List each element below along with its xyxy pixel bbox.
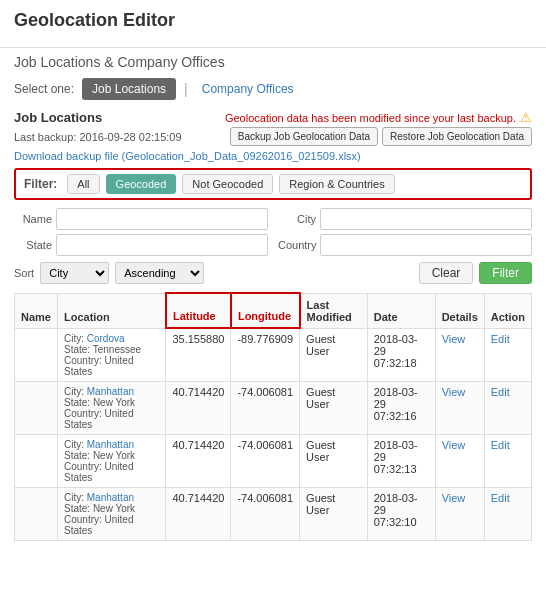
cell-action-3[interactable]: Edit — [484, 487, 531, 540]
table-head: Name Location Latitude Longitude LastMod… — [15, 293, 532, 328]
table-row: City: Manhattan State: New York Country:… — [15, 434, 532, 487]
filter-button[interactable]: Filter — [479, 262, 532, 284]
cell-action-0[interactable]: Edit — [484, 328, 531, 381]
cell-date-0: 2018-03-2907:32:18 — [367, 328, 435, 381]
table-row: City: Manhattan State: New York Country:… — [15, 381, 532, 434]
view-link-2[interactable]: View — [442, 439, 466, 451]
filter-bar: Filter: All Geocoded Not Geocoded Region… — [14, 168, 532, 200]
section-subtitle-row: Job Locations & Company Offices — [0, 48, 546, 74]
cell-last-modified-3: Guest User — [300, 487, 368, 540]
pipe-separator: | — [184, 81, 188, 97]
tab-job-locations[interactable]: Job Locations — [82, 78, 176, 100]
state-label: State — [14, 239, 52, 251]
cell-longitude-2: -74.006081 — [231, 434, 300, 487]
col-location: Location — [57, 293, 165, 328]
edit-link-2[interactable]: Edit — [491, 439, 510, 451]
edit-link-0[interactable]: Edit — [491, 333, 510, 345]
col-longitude: Longitude — [231, 293, 300, 328]
data-table: Name Location Latitude Longitude LastMod… — [14, 292, 532, 541]
name-input[interactable] — [56, 208, 268, 230]
cell-longitude-1: -74.006081 — [231, 381, 300, 434]
col-last-modified: LastModified — [300, 293, 368, 328]
cell-latitude-2: 40.714420 — [166, 434, 231, 487]
cell-location-3: City: Manhattan State: New York Country:… — [57, 487, 165, 540]
view-link-3[interactable]: View — [442, 492, 466, 504]
filter-label: Filter: — [24, 177, 57, 191]
cell-details-2[interactable]: View — [435, 434, 484, 487]
filter-btn-all[interactable]: All — [67, 174, 99, 194]
sort-order-select[interactable]: Ascending Descending — [115, 262, 204, 284]
cell-last-modified-1: Guest User — [300, 381, 368, 434]
sort-by-select[interactable]: City Name State Country — [40, 262, 109, 284]
section-subtitle: Job Locations & Company Offices — [14, 54, 225, 70]
cell-latitude-0: 35.155880 — [166, 328, 231, 381]
backup-date-label: Last backup: — [14, 131, 76, 143]
cell-latitude-3: 40.714420 — [166, 487, 231, 540]
clear-button[interactable]: Clear — [419, 262, 474, 284]
edit-link-1[interactable]: Edit — [491, 386, 510, 398]
table-header-row: Name Location Latitude Longitude LastMod… — [15, 293, 532, 328]
restore-btn[interactable]: Restore Job Geolocation Data — [382, 127, 532, 146]
table-row: City: Manhattan State: New York Country:… — [15, 487, 532, 540]
cell-last-modified-2: Guest User — [300, 434, 368, 487]
cell-latitude-1: 40.714420 — [166, 381, 231, 434]
cell-date-2: 2018-03-2907:32:13 — [367, 434, 435, 487]
sort-label: Sort — [14, 267, 34, 279]
name-label: Name — [14, 213, 52, 225]
search-fields: Name City State Country — [14, 208, 532, 256]
table-body: City: Cordova State: Tennessee Country: … — [15, 328, 532, 540]
select-one-label: Select one: — [14, 82, 74, 96]
cell-action-1[interactable]: Edit — [484, 381, 531, 434]
page-title: Geolocation Editor — [14, 10, 532, 31]
city-label: City — [278, 213, 316, 225]
sort-row: Sort City Name State Country Ascending D… — [14, 262, 532, 284]
backup-date-value: 2016-09-28 02:15:09 — [79, 131, 181, 143]
col-details: Details — [435, 293, 484, 328]
name-field-row: Name — [14, 208, 268, 230]
cell-longitude-3: -74.006081 — [231, 487, 300, 540]
state-input[interactable] — [56, 234, 268, 256]
edit-link-3[interactable]: Edit — [491, 492, 510, 504]
cell-name-0 — [15, 328, 58, 381]
cell-date-3: 2018-03-2907:32:10 — [367, 487, 435, 540]
page-header: Geolocation Editor — [0, 0, 546, 48]
view-link-0[interactable]: View — [442, 333, 466, 345]
jl-title: Job Locations — [14, 110, 102, 125]
filter-btn-region-countries[interactable]: Region & Countries — [279, 174, 394, 194]
backup-info-row: Last backup: 2016-09-28 02:15:09 Backup … — [14, 127, 532, 146]
col-date: Date — [367, 293, 435, 328]
backup-buttons: Backup Job Geolocation Data Restore Job … — [230, 127, 532, 146]
filter-btn-geocoded[interactable]: Geocoded — [106, 174, 177, 194]
col-name: Name — [15, 293, 58, 328]
view-link-1[interactable]: View — [442, 386, 466, 398]
country-field-row: Country — [278, 234, 532, 256]
sort-actions: Clear Filter — [419, 262, 532, 284]
cell-location-2: City: Manhattan State: New York Country:… — [57, 434, 165, 487]
cell-action-2[interactable]: Edit — [484, 434, 531, 487]
cell-details-3[interactable]: View — [435, 487, 484, 540]
col-latitude: Latitude — [166, 293, 231, 328]
col-action: Action — [484, 293, 531, 328]
download-link[interactable]: Download backup file (Geolocation_Job_Da… — [14, 150, 532, 162]
country-label: Country — [278, 239, 316, 251]
cell-details-0[interactable]: View — [435, 328, 484, 381]
warning-message: Geolocation data has been modified since… — [225, 112, 516, 124]
table-row: City: Cordova State: Tennessee Country: … — [15, 328, 532, 381]
cell-location-1: City: Manhattan State: New York Country:… — [57, 381, 165, 434]
city-field-row: City — [278, 208, 532, 230]
cell-last-modified-0: Guest User — [300, 328, 368, 381]
backup-date: Last backup: 2016-09-28 02:15:09 — [14, 131, 182, 143]
filter-btn-not-geocoded[interactable]: Not Geocoded — [182, 174, 273, 194]
cell-location-0: City: Cordova State: Tennessee Country: … — [57, 328, 165, 381]
cell-details-1[interactable]: View — [435, 381, 484, 434]
country-input[interactable] — [320, 234, 532, 256]
backup-btn[interactable]: Backup Job Geolocation Data — [230, 127, 378, 146]
city-input[interactable] — [320, 208, 532, 230]
cell-name-3 — [15, 487, 58, 540]
tab-company-offices[interactable]: Company Offices — [196, 78, 300, 100]
cell-date-1: 2018-03-2907:32:16 — [367, 381, 435, 434]
job-locations-header: Job Locations Geolocation data has been … — [14, 110, 532, 125]
cell-name-2 — [15, 434, 58, 487]
content-area: Job Locations Geolocation data has been … — [0, 106, 546, 545]
select-one-row: Select one: Job Locations | Company Offi… — [0, 74, 546, 106]
